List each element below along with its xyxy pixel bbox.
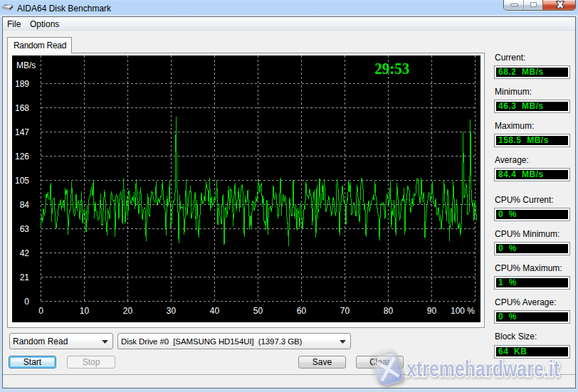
svg-text:84: 84 <box>20 200 30 210</box>
svg-text:60: 60 <box>297 306 307 316</box>
svg-text:90: 90 <box>427 306 437 316</box>
svg-text:168: 168 <box>15 103 29 113</box>
svg-text:63: 63 <box>20 224 30 234</box>
svg-text:126: 126 <box>15 152 29 161</box>
svg-text:147: 147 <box>15 127 29 137</box>
svg-text:50: 50 <box>253 306 263 316</box>
svg-text:42: 42 <box>20 248 30 258</box>
svg-text:20: 20 <box>123 306 133 316</box>
svg-text:21: 21 <box>20 272 30 282</box>
svg-text:40: 40 <box>210 306 220 316</box>
svg-text:0: 0 <box>38 306 43 316</box>
svg-text:30: 30 <box>167 306 177 316</box>
svg-text:70: 70 <box>340 306 350 316</box>
svg-text:105: 105 <box>15 176 29 186</box>
svg-text:100 %: 100 % <box>451 306 475 316</box>
svg-text:xtremehardware.it: xtremehardware.it <box>406 356 559 381</box>
svg-text:0: 0 <box>24 297 29 307</box>
svg-text:29:53: 29:53 <box>374 60 409 78</box>
svg-text:80: 80 <box>384 306 394 316</box>
svg-text:189: 189 <box>15 79 29 89</box>
svg-text:MB/s: MB/s <box>16 60 36 70</box>
svg-text:10: 10 <box>80 306 90 316</box>
